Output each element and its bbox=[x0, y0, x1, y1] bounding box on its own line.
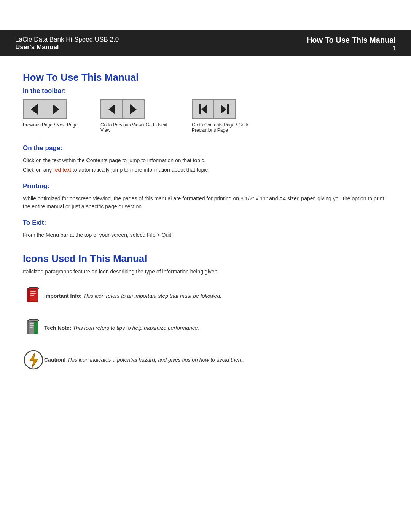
printing-subtitle: Printing: bbox=[23, 182, 388, 190]
contents-precautions-label: Go to Contents Page / Go to Precautions … bbox=[192, 122, 260, 133]
prev-next-page-buttons bbox=[23, 99, 67, 119]
exit-text: From the Menu bar at the top of your scr… bbox=[23, 231, 388, 239]
header-page-number: 1 bbox=[393, 45, 396, 51]
contents-precautions-buttons bbox=[192, 99, 236, 119]
printing-section: Printing: While optimized for onscreen v… bbox=[23, 182, 388, 211]
important-info-icon bbox=[23, 285, 44, 307]
next-page-button[interactable] bbox=[45, 99, 67, 119]
prev-next-view-label: Go to Previous View / Go to Next View bbox=[100, 122, 169, 133]
prev-view-button[interactable] bbox=[100, 99, 123, 119]
contents-button[interactable] bbox=[192, 99, 214, 119]
svg-rect-3 bbox=[30, 293, 36, 294]
exit-subtitle: To Exit: bbox=[23, 219, 388, 227]
svg-rect-1 bbox=[27, 288, 30, 302]
next-view-button[interactable] bbox=[123, 99, 145, 119]
on-the-page-section: On the page: Click on the text within th… bbox=[23, 144, 388, 174]
header-manual-label: User's Manual bbox=[15, 43, 119, 51]
tech-note-row: Tech Note: This icon refers to tips to h… bbox=[23, 317, 388, 339]
icons-section: Icons Used In This Manual Italicized par… bbox=[23, 253, 388, 371]
important-info-label: Important Info: bbox=[44, 293, 82, 299]
caution-description: This icon indicates a potential hazard, … bbox=[67, 357, 244, 363]
contents-precautions-group: Go to Contents Page / Go to Precautions … bbox=[192, 99, 260, 133]
caution-text: Caution! This icon indicates a potential… bbox=[44, 356, 244, 364]
tech-note-description: This icon refers to tips to help maximiz… bbox=[73, 325, 199, 331]
tech-note-label: Tech Note: bbox=[44, 325, 71, 331]
main-content: How To Use This Manual In the toolbar: P… bbox=[0, 56, 411, 404]
header-product-name: LaCie Data Bank Hi-Speed USB 2.0 bbox=[15, 36, 119, 43]
skip-to-start-icon bbox=[199, 104, 207, 114]
svg-rect-2 bbox=[30, 291, 36, 292]
important-info-row: Important Info: This icon refers to an i… bbox=[23, 285, 388, 307]
important-info-text: Important Info: This icon refers to an i… bbox=[44, 292, 221, 300]
header-left: LaCie Data Bank Hi-Speed USB 2.0 User's … bbox=[15, 36, 119, 51]
caution-label: Caution! bbox=[44, 357, 66, 363]
header-section-title: How To Use This Manual bbox=[307, 36, 396, 45]
svg-rect-10 bbox=[30, 323, 34, 324]
on-the-page-line1: Click on the text within the Contents pa… bbox=[23, 157, 388, 165]
tech-note-icon bbox=[23, 317, 44, 339]
main-section-title: How To Use This Manual bbox=[23, 72, 388, 83]
nav-buttons-row: Previous Page / Next Page Go to Previous… bbox=[23, 99, 388, 133]
tech-note-text: Tech Note: This icon refers to tips to h… bbox=[44, 324, 199, 332]
svg-rect-12 bbox=[30, 327, 33, 328]
next-view-icon bbox=[130, 104, 137, 114]
on-the-page-line2: Click on any red text to automatically j… bbox=[23, 166, 388, 174]
precautions-button[interactable] bbox=[214, 99, 236, 119]
on-the-page-subtitle: On the page: bbox=[23, 144, 388, 152]
icons-section-title: Icons Used In This Manual bbox=[23, 253, 388, 265]
exit-section: To Exit: From the Menu bar at the top of… bbox=[23, 219, 388, 239]
prev-next-view-group: Go to Previous View / Go to Next View bbox=[100, 99, 169, 133]
svg-point-5 bbox=[28, 287, 39, 289]
caution-icon bbox=[23, 349, 44, 371]
toolbar-section: In the toolbar: Previous Page / Next Pag… bbox=[23, 87, 388, 133]
header-right: How To Use This Manual 1 bbox=[307, 36, 396, 51]
svg-rect-6 bbox=[27, 301, 38, 302]
caution-row: Caution! This icon indicates a potential… bbox=[23, 349, 388, 371]
svg-marker-15 bbox=[30, 352, 38, 368]
svg-point-13 bbox=[28, 319, 39, 321]
header-bar: LaCie Data Bank Hi-Speed USB 2.0 User's … bbox=[0, 30, 411, 56]
svg-rect-9 bbox=[27, 320, 29, 334]
svg-rect-8 bbox=[34, 320, 38, 334]
printing-text: While optimized for onscreen viewing, th… bbox=[23, 195, 388, 211]
prev-next-page-label: Previous Page / Next Page bbox=[23, 122, 78, 128]
skip-to-end-icon bbox=[221, 104, 229, 114]
important-info-description: This icon refers to an important step th… bbox=[83, 293, 221, 299]
prev-page-icon bbox=[31, 104, 38, 115]
svg-rect-4 bbox=[30, 295, 34, 296]
prev-next-page-group: Previous Page / Next Page bbox=[23, 99, 78, 128]
prev-next-view-buttons bbox=[100, 99, 145, 119]
red-text-example: red text bbox=[53, 167, 71, 173]
next-page-icon bbox=[53, 104, 59, 115]
prev-page-button[interactable] bbox=[23, 99, 45, 119]
prev-view-icon bbox=[108, 104, 115, 114]
icons-subtitle: Italicized paragraphs feature an icon de… bbox=[23, 268, 388, 275]
svg-rect-11 bbox=[30, 325, 34, 326]
toolbar-subtitle: In the toolbar: bbox=[23, 87, 388, 95]
